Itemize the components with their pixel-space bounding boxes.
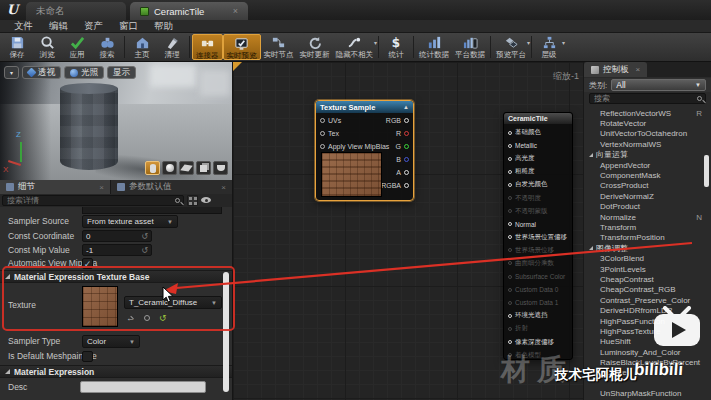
input-pin-circle[interactable]: [320, 131, 325, 136]
node-output-rgba[interactable]: RGBA: [381, 179, 409, 192]
palette-item[interactable]: CheapContrast_RGB: [584, 285, 711, 295]
plane-shape-button[interactable]: [179, 161, 194, 175]
palette-search-box[interactable]: [589, 93, 706, 104]
input-pin-circle[interactable]: [508, 248, 512, 252]
desc-input[interactable]: [80, 381, 206, 393]
palette-search-input[interactable]: [590, 94, 705, 103]
texture-asset-dropdown[interactable]: T_Ceramic_Diffuse ▼: [124, 296, 222, 309]
visibility-eye-icon[interactable]: [201, 196, 214, 205]
close-icon[interactable]: ×: [636, 65, 641, 74]
input-pin-circle[interactable]: [508, 235, 512, 239]
live-nodes-button[interactable]: 实时节点: [261, 34, 297, 60]
palette-item[interactable]: DeriveNormalZ: [584, 191, 711, 201]
tab-details[interactable]: 细节 ×: [0, 180, 111, 194]
section-texture-base[interactable]: Material Expression Texture Base: [0, 270, 232, 283]
chevron-down-icon[interactable]: ▾: [374, 39, 377, 46]
material-input-pin-row[interactable]: 粗糙度: [504, 165, 572, 178]
node-input-pin-row[interactable]: Tex: [320, 127, 389, 140]
stats-button[interactable]: $ 统计: [381, 34, 411, 60]
window-tab-ceramictile[interactable]: CeramicTile ×: [130, 2, 248, 20]
connectors-button[interactable]: 连接器: [192, 34, 223, 60]
node-input-pin-row[interactable]: UVs: [320, 114, 389, 127]
home-button[interactable]: 主页: [127, 34, 157, 60]
find-in-browser-icon[interactable]: [144, 315, 150, 321]
material-input-pin-row[interactable]: 世界场景位移: [504, 244, 572, 257]
input-pin-circle[interactable]: [508, 314, 512, 318]
palette-scrollbar[interactable]: [704, 155, 709, 187]
palette-item[interactable]: Luminosity_And_Color: [584, 347, 711, 357]
preview-viewport[interactable]: ▾ 透视 光照 显示 Z X: [0, 62, 232, 180]
palette-item[interactable]: AppendVector: [584, 160, 711, 170]
menu-edit[interactable]: 编辑: [41, 20, 76, 33]
show-button[interactable]: 显示: [107, 66, 136, 79]
output-pin-circle[interactable]: [404, 170, 409, 175]
material-result-node[interactable]: CeramicTile 基础颜色 Metallic: [503, 112, 573, 360]
palette-item[interactable]: UnSharpMaskFunction: [584, 389, 711, 399]
lit-mode-button[interactable]: 光照: [64, 66, 104, 79]
menu-file[interactable]: 文件: [6, 20, 41, 33]
palette-item[interactable]: ReflectionVectorWS R: [584, 108, 711, 118]
stats-data-button[interactable]: 统计数据: [416, 34, 452, 60]
close-tab-icon[interactable]: ×: [233, 6, 238, 16]
close-icon[interactable]: ×: [99, 183, 104, 192]
material-input-pin-row[interactable]: Metallic: [504, 139, 572, 152]
material-node-header[interactable]: CeramicTile: [504, 113, 572, 124]
material-input-pin-row[interactable]: 基础颜色: [504, 126, 572, 139]
viewport-options-button[interactable]: ▾: [4, 66, 19, 79]
material-input-pin-row[interactable]: Normal: [504, 218, 572, 231]
input-pin-circle[interactable]: [508, 209, 512, 213]
input-pin-circle[interactable]: [320, 144, 325, 149]
output-pin-circle[interactable]: [404, 144, 409, 149]
material-input-pin-row[interactable]: 世界场景位置偏移: [504, 231, 572, 244]
cleanup-button[interactable]: 清理: [157, 34, 187, 60]
palette-item[interactable]: ComponentMask: [584, 170, 711, 180]
material-input-pin-row[interactable]: 像素深度偏移: [504, 336, 572, 349]
close-icon[interactable]: ×: [221, 183, 226, 192]
node-output-g[interactable]: G: [396, 140, 409, 153]
chevron-down-icon[interactable]: ▾: [527, 39, 530, 46]
palette-item[interactable]: TransformPosition: [584, 233, 711, 243]
preview-platform-button[interactable]: 预览平台 ▾: [493, 34, 529, 60]
palette-item[interactable]: Normalize N: [584, 212, 711, 222]
texture-thumbnail[interactable]: [82, 286, 118, 327]
palette-item[interactable]: RotateVector: [584, 118, 711, 128]
details-search-input[interactable]: [3, 196, 183, 205]
menu-asset[interactable]: 资产: [76, 20, 111, 33]
texture-sample-node[interactable]: Texture Sample ▲ UVs Tex: [315, 100, 414, 201]
output-pin-circle[interactable]: [404, 118, 409, 123]
teapot-shape-button[interactable]: [213, 161, 228, 175]
node-output-r[interactable]: R: [396, 127, 409, 140]
material-input-pin-row[interactable]: 不透明度: [504, 191, 572, 204]
const-coordinate-field[interactable]: 0 ↺: [82, 230, 152, 242]
material-input-pin-row[interactable]: 自发光颜色: [504, 178, 572, 191]
details-search-box[interactable]: [2, 195, 184, 206]
tab-palette[interactable]: 控制板 ×: [584, 62, 647, 77]
grid-view-icon[interactable]: [187, 195, 198, 206]
save-button[interactable]: 保存: [2, 34, 32, 60]
reset-icon[interactable]: ↺: [141, 246, 148, 255]
palette-item[interactable]: 向量运算: [584, 150, 711, 160]
cylinder-shape-button[interactable]: [145, 161, 160, 175]
input-pin-circle[interactable]: [508, 275, 512, 279]
reset-icon[interactable]: ↺: [141, 232, 148, 241]
collapse-icon[interactable]: ▲: [403, 104, 409, 110]
palette-item[interactable]: VertexNormalWS: [584, 139, 711, 149]
material-input-pin-row[interactable]: 不透明蒙版: [504, 205, 572, 218]
details-scrollbar[interactable]: [223, 272, 229, 392]
material-input-pin-row[interactable]: 折射: [504, 322, 572, 335]
material-input-pin-row[interactable]: Custom Data 1: [504, 296, 572, 309]
input-pin-circle[interactable]: [508, 340, 512, 344]
material-input-pin-row[interactable]: 环境光遮挡: [504, 309, 572, 322]
input-pin-circle[interactable]: [508, 261, 512, 265]
input-pin-circle[interactable]: [508, 288, 512, 292]
perspective-button[interactable]: 透视: [22, 66, 61, 79]
search-button[interactable]: 搜索: [92, 34, 122, 60]
input-pin-circle[interactable]: [508, 327, 512, 331]
hierarchy-button[interactable]: 层级 ▾: [534, 34, 564, 60]
input-pin-circle[interactable]: [508, 157, 512, 161]
material-input-pin-row[interactable]: Custom Data 0: [504, 283, 572, 296]
const-mip-value-field[interactable]: -1 ↺: [82, 244, 152, 256]
cube-shape-button[interactable]: [196, 161, 211, 175]
input-pin-circle[interactable]: [508, 170, 512, 174]
section-material-expression[interactable]: Material Expression: [0, 365, 232, 378]
